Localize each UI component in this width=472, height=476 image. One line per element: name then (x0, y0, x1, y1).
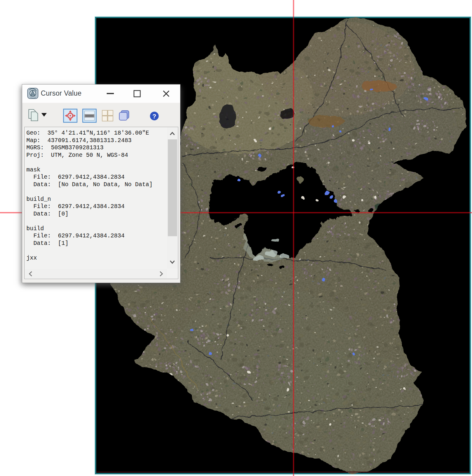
svg-text:?: ? (153, 113, 156, 120)
